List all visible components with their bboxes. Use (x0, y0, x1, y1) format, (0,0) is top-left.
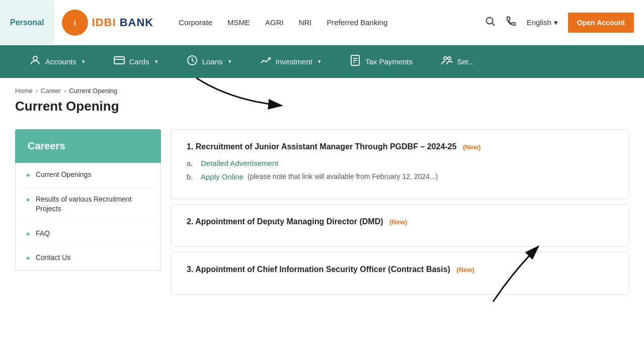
item-2-number: 2. (187, 217, 193, 226)
loans-chevron: ▾ (228, 58, 231, 65)
language-selector[interactable]: English ▾ (527, 18, 558, 27)
sec-nav-cards[interactable]: Cards ▾ (99, 45, 172, 78)
language-label: English (527, 18, 551, 27)
main-content: Careers ► Current Openings ► Results of … (0, 124, 644, 315)
breadcrumb-current: Current Opening (69, 87, 117, 95)
open-account-button[interactable]: Open Account (568, 13, 634, 33)
item-3-title: Appointment of Chief Information Securit… (195, 265, 450, 274)
top-nav-links: Corporate MSME AGRI NRI Preferred Bankin… (179, 18, 484, 27)
content-card-1-title: 1. Recruitment of Junior Assistant Manag… (187, 142, 613, 151)
nav-personal[interactable]: Personal (10, 18, 44, 27)
sidebar-header: Careers (15, 129, 161, 163)
apply-online-link[interactable]: Apply Online (201, 172, 244, 181)
cards-chevron: ▾ (155, 58, 158, 65)
services-label: Ser... (457, 57, 474, 66)
sidebar-item-label-2: Results of various Recruitment Projects (36, 195, 150, 214)
accounts-icon (29, 54, 41, 69)
sidebar-item-label-1: Current Openings (36, 170, 92, 180)
content-sub-item-1b: b. Apply Online (please note that link w… (187, 172, 613, 181)
sidebar-item-faq[interactable]: ► FAQ (16, 222, 160, 246)
sec-nav-accounts[interactable]: Accounts ▾ (15, 45, 99, 78)
content-card-3-title: 3. Appointment of Chief Information Secu… (187, 265, 613, 274)
content-card-2: 2. Appointment of Deputy Managing Direct… (171, 204, 629, 247)
phone-button[interactable] (506, 16, 517, 29)
secondary-navigation: Accounts ▾ Cards ▾ Loans ▾ (0, 45, 644, 78)
item-2-title: Appointment of Deputy Managing Director … (195, 217, 383, 226)
sidebar-item-current-openings[interactable]: ► Current Openings (16, 163, 160, 188)
sub-label-b: b. (187, 172, 197, 181)
nav-nri[interactable]: NRI (299, 18, 312, 27)
item-3-number: 3. (187, 265, 193, 274)
sidebar-item-results[interactable]: ► Results of various Recruitment Project… (16, 188, 160, 222)
item-2-new-badge: (New) (389, 218, 407, 226)
sec-nav-services[interactable]: Ser... (427, 45, 489, 78)
search-button[interactable] (485, 16, 496, 29)
breadcrumb-sep-2: › (64, 87, 66, 95)
breadcrumb-career[interactable]: Career (41, 87, 61, 95)
logo-circle: i (62, 10, 88, 36)
top-navigation: Personal i IDBI BANK Corporate MSME AGRI… (0, 0, 644, 45)
svg-point-4 (33, 56, 37, 60)
content-card-3: 3. Appointment of Chief Information Secu… (171, 252, 629, 295)
nav-agri[interactable]: AGRI (265, 18, 284, 27)
apply-online-note: (please note that link will available fr… (248, 172, 438, 180)
content-area: 1. Recruitment of Junior Assistant Manag… (171, 129, 629, 295)
content-sub-item-1a: a. Detailed Advertisement (187, 159, 613, 167)
sub-label-a: a. (187, 159, 197, 167)
svg-line-3 (492, 23, 495, 26)
tax-icon (349, 54, 361, 69)
arrow-icon-4: ► (26, 254, 32, 262)
accounts-chevron: ▾ (82, 58, 85, 65)
detailed-advertisement-link[interactable]: Detailed Advertisement (201, 159, 278, 167)
logo-text: IDBI BANK (92, 16, 154, 29)
sec-nav-loans[interactable]: Loans ▾ (172, 45, 246, 78)
top-nav-right: English ▾ Open Account (485, 13, 634, 33)
tax-label: Tax Payments (365, 57, 413, 66)
sec-nav-investment[interactable]: Investment ▾ (246, 45, 335, 78)
svg-rect-5 (114, 57, 124, 64)
page-title: Current Opening (15, 99, 629, 114)
services-icon (441, 54, 453, 69)
content-card-1: 1. Recruitment of Junior Assistant Manag… (171, 129, 629, 199)
investment-chevron: ▾ (318, 58, 321, 65)
cards-icon (113, 54, 125, 69)
nav-msme[interactable]: MSME (227, 18, 250, 27)
breadcrumb: Home › Career › Current Opening (15, 87, 629, 95)
content-card-2-title: 2. Appointment of Deputy Managing Direct… (187, 217, 613, 226)
loans-label: Loans (202, 57, 223, 66)
breadcrumb-sep-1: › (36, 87, 38, 95)
nav-preferred[interactable]: Preferred Banking (327, 18, 388, 27)
breadcrumb-home[interactable]: Home (15, 87, 33, 95)
sidebar-item-label-3: FAQ (36, 229, 50, 239)
svg-point-2 (486, 18, 493, 24)
breadcrumb-section: Home › Career › Current Opening Current … (0, 78, 644, 114)
svg-point-12 (444, 57, 447, 60)
loans-icon (186, 54, 198, 69)
sidebar-menu: ► Current Openings ► Results of various … (15, 163, 161, 270)
sidebar-item-label-4: Contact Us (36, 253, 70, 263)
chevron-down-icon: ▾ (554, 18, 558, 27)
investment-label: Investment (276, 57, 312, 66)
item-1-new-badge: (New) (463, 143, 480, 151)
item-1-title: Recruitment of Junior Assistant Manager … (196, 142, 457, 151)
sidebar-item-contact[interactable]: ► Contact Us (16, 246, 160, 270)
item-1-number: 1. (187, 142, 193, 151)
sidebar: Careers ► Current Openings ► Results of … (15, 129, 161, 295)
item-3-new-badge: (New) (456, 266, 474, 274)
investment-icon (260, 54, 272, 69)
arrow-icon-3: ► (26, 230, 32, 238)
svg-text:i: i (74, 19, 76, 27)
cards-label: Cards (129, 57, 149, 66)
nav-corporate[interactable]: Corporate (179, 18, 212, 27)
svg-point-13 (448, 57, 451, 60)
accounts-label: Accounts (45, 57, 76, 66)
personal-tab-wrapper: Personal (0, 0, 54, 45)
logo[interactable]: i IDBI BANK (62, 10, 154, 36)
arrow-icon-2: ► (26, 196, 32, 204)
sec-nav-tax[interactable]: Tax Payments (335, 45, 427, 78)
arrow-icon-1: ► (26, 171, 32, 179)
